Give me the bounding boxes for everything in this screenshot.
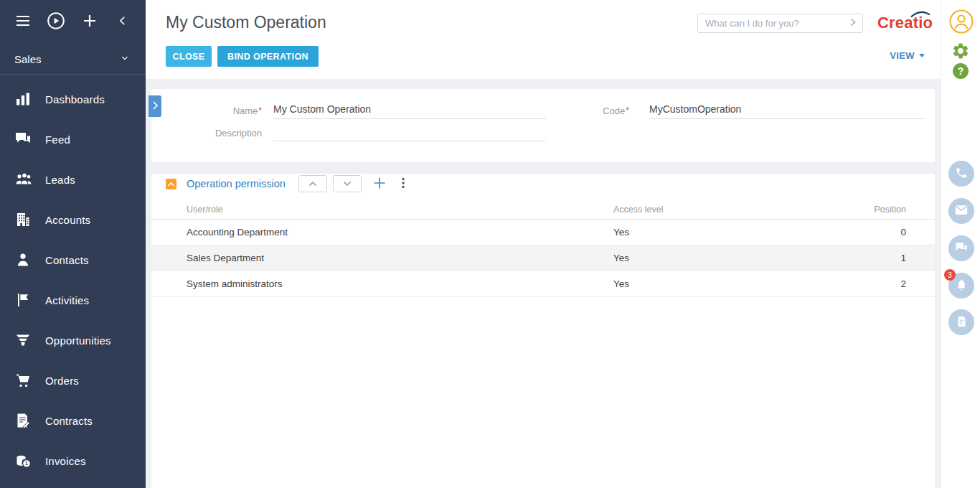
mail-icon [955,205,968,217]
feed-icon [14,130,34,149]
cell-access-level: Yes [613,253,837,263]
code-field [641,101,935,119]
notification-badge: 3 [944,269,956,281]
cell-access-level: Yes [613,227,837,238]
sidebar-item-invoices[interactable]: 1 Invoices [0,441,146,481]
collapse-section-button[interactable] [166,179,176,189]
help-button[interactable]: ? [953,63,969,79]
sidebar-item-orders[interactable]: Orders [0,360,146,400]
contract-icon [14,411,34,430]
cart-icon [14,371,34,390]
name-label-text: Name [233,105,258,116]
required-marker: * [258,105,262,116]
name-field [273,101,546,119]
user-profile-button[interactable] [948,9,974,37]
table-row[interactable]: System administrators Yes 2 [151,271,935,297]
sidebar-item-label: Orders [45,375,79,387]
bind-operation-button[interactable]: BIND OPERATION [217,46,319,67]
description-input[interactable] [273,123,546,141]
leads-icon [14,170,34,189]
sidebar-item-contacts[interactable]: Contacts [0,240,146,280]
notifications-button[interactable]: 3 [948,273,974,299]
bar-chart-icon [14,90,34,108]
form-grid: Name* Code* Description [151,89,935,141]
record-form-card: Name* Code* Description [151,89,935,162]
bell-icon [955,278,968,294]
coins-icon: 1 [14,451,34,470]
name-input[interactable] [273,101,546,119]
quick-add-button[interactable] [77,10,102,34]
search-submit-button[interactable] [844,14,862,32]
cell-access-level: Yes [613,278,837,289]
chevron-down-icon [342,179,352,189]
sidebar-item-leads[interactable]: Leads [0,159,146,200]
column-header-user-role: User/role [187,205,613,215]
email-button[interactable] [948,198,974,224]
sidebar: Sales Dashboards Feed Leads [0,0,146,488]
page-header: My Custom Operation Creatio CLOSE BIND O… [146,0,941,79]
document-icon [956,315,968,330]
sidebar-item-label: Feed [45,133,70,146]
cell-position: 0 [837,227,906,238]
chevron-right-icon [849,18,857,29]
right-rail: ? 3 [941,0,980,488]
detail-title-link[interactable]: Operation permission [187,178,286,189]
search-input[interactable] [698,18,844,29]
sidebar-item-label: Contracts [45,415,93,427]
chat-button[interactable] [948,235,974,261]
chevron-right-icon [152,100,158,113]
close-button[interactable]: CLOSE [166,46,212,67]
sidebar-item-accounts[interactable]: Accounts [0,200,146,240]
operation-permission-card: Operation permission [151,174,935,488]
description-label-text: Description [215,128,262,139]
hamburger-menu-button[interactable] [11,10,35,34]
move-up-button[interactable] [298,175,327,192]
accounts-icon [14,210,34,229]
run-process-button[interactable] [44,10,68,34]
view-dropdown[interactable]: VIEW [890,50,925,61]
sidebar-item-label: Activities [45,294,89,306]
cell-user-role: System administrators [187,278,613,289]
collapse-sidebar-button[interactable] [110,10,135,34]
chevron-down-icon [120,53,130,65]
sidebar-item-feed[interactable]: Feed [0,119,146,159]
column-header-access-level: Access level [613,205,837,215]
move-down-button[interactable] [333,175,362,192]
table-row[interactable]: Accounting Department Yes 0 [151,220,935,245]
cell-user-role: Sales Department [187,253,613,263]
calls-button[interactable] [948,161,974,187]
sidebar-item-contracts[interactable]: Contracts [0,400,146,441]
sidebar-item-opportunities[interactable]: Opportunities [0,320,146,360]
description-label: Description [151,123,273,141]
chevron-left-icon [116,14,129,30]
caret-down-icon [919,54,925,57]
question-mark-icon: ? [953,63,969,79]
sidebar-nav: Dashboards Feed Leads Accounts Contacts [0,75,146,481]
creatio-logo: Creatio [877,14,933,32]
avatar-icon [948,26,974,37]
table-row[interactable]: Sales Department Yes 1 [151,245,935,271]
sidebar-item-activities[interactable]: Activities [0,280,146,320]
phone-icon [955,166,968,182]
logo-swoosh-icon [910,11,930,18]
cell-user-role: Accounting Department [187,227,613,238]
detail-actions-menu-button[interactable] [396,176,410,192]
expand-panel-tab[interactable] [149,95,161,117]
system-designer-button[interactable] [951,42,970,62]
required-marker: * [626,105,629,116]
code-label-text: Code [603,105,625,116]
sidebar-item-label: Accounts [45,214,90,226]
feedback-button[interactable] [948,309,974,335]
sidebar-item-dashboards[interactable]: Dashboards [0,79,146,119]
workplace-selector[interactable]: Sales [0,44,146,75]
main-area: My Custom Operation Creatio CLOSE BIND O… [146,0,941,488]
sidebar-item-label: Dashboards [45,93,105,105]
sidebar-item-label: Invoices [45,455,86,467]
cell-position: 1 [837,253,906,263]
code-input[interactable] [649,101,925,119]
sidebar-item-label: Opportunities [45,334,111,347]
column-header-position: Position [837,205,906,215]
contact-icon [14,250,34,269]
add-record-button[interactable] [372,176,387,192]
workplace-label: Sales [14,53,42,65]
